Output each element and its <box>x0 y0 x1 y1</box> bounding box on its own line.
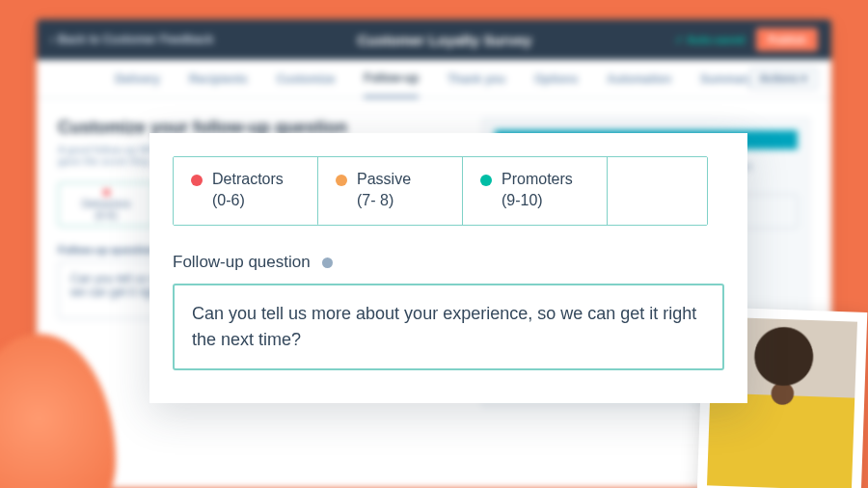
segment-range: (7- 8) <box>357 190 411 211</box>
tab-options[interactable]: Options <box>534 72 578 86</box>
back-label: Back to Customer Feedback <box>58 33 213 46</box>
tab-bar: Delivery Recipients Customize Follow-up … <box>37 60 831 98</box>
segment-range: (0-6) <box>212 190 284 211</box>
check-icon: ✓ <box>675 34 684 46</box>
orange-dot-icon <box>336 175 347 186</box>
publish-button[interactable]: Publish <box>756 28 818 51</box>
segment-label: Promoters <box>502 169 573 190</box>
autosaved-status: ✓ Auto-saved <box>675 34 745 46</box>
app-header: ‹ Back to Customer Feedback Customer Loy… <box>37 19 831 60</box>
mini-segment-range: (0-6) <box>95 209 117 221</box>
back-link[interactable]: ‹ Back to Customer Feedback <box>50 33 213 46</box>
segment-range: (9-10) <box>502 190 573 211</box>
mini-segment-tab[interactable]: Detractors (0-6) <box>58 182 154 227</box>
tab-customize[interactable]: Customize <box>277 72 336 86</box>
teal-dot-icon <box>480 175 492 186</box>
followup-label-row: Follow-up question <box>173 253 724 272</box>
actions-label: Actions <box>760 72 799 84</box>
followup-editor-card: Detractors (0-6) Passive (7- 8) Promoter… <box>149 133 747 403</box>
followup-label: Follow-up question <box>173 253 311 272</box>
tab-thank-you[interactable]: Thank you <box>448 72 505 86</box>
mini-segment-label: Detractors <box>82 198 131 209</box>
followup-textarea[interactable]: Can you tell us more about your experien… <box>173 284 724 370</box>
page-title: Customer Loyalty Survey <box>225 32 664 48</box>
segment-label: Passive <box>357 169 411 190</box>
tab-delivery[interactable]: Delivery <box>115 72 160 86</box>
chevron-left-icon: ‹ <box>50 33 54 46</box>
tab-recipients[interactable]: Recipients <box>189 72 248 86</box>
red-dot-icon <box>103 189 110 196</box>
segment-tab-spacer <box>608 157 707 225</box>
segment-label: Detractors <box>212 169 284 190</box>
tab-automation[interactable]: Automation <box>607 72 671 86</box>
segment-tab-promoters[interactable]: Promoters (9-10) <box>463 157 608 225</box>
segment-tab-group: Detractors (0-6) Passive (7- 8) Promoter… <box>173 156 708 226</box>
segment-tab-detractors[interactable]: Detractors (0-6) <box>174 157 318 226</box>
status-dot-icon <box>322 258 333 268</box>
autosaved-label: Auto-saved <box>687 34 745 45</box>
segment-tab-passive[interactable]: Passive (7- 8) <box>318 157 463 225</box>
actions-dropdown[interactable]: Actions ▾ <box>749 68 818 90</box>
tab-summary[interactable]: Summary <box>700 72 753 86</box>
red-dot-icon <box>191 175 203 186</box>
tab-follow-up[interactable]: Follow-up <box>364 71 419 98</box>
